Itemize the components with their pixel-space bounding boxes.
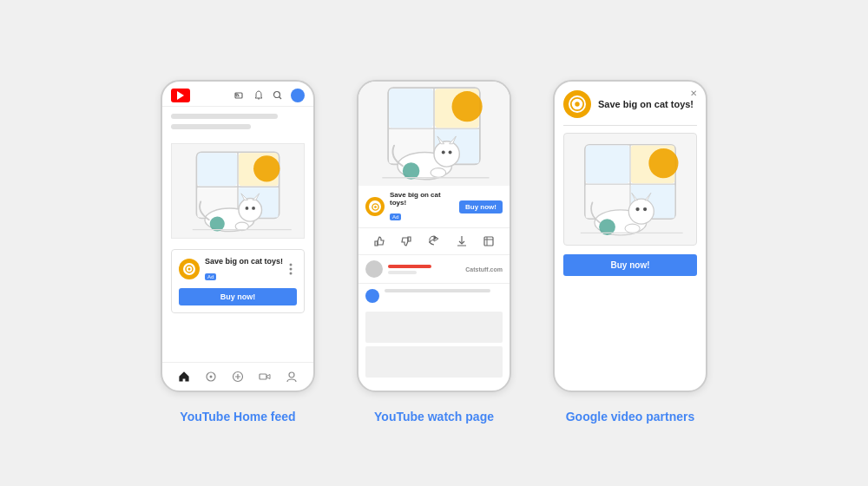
content-line-1: [171, 114, 278, 119]
p3-logo-title: Save big on cat toys!: [563, 90, 697, 118]
ad-logo-1: [179, 259, 200, 279]
comment-avatar: [365, 289, 379, 303]
channel-avatar: [365, 260, 383, 278]
phone1-wrapper: Save big on cat toys! Ad: [161, 80, 315, 424]
svg-point-21: [188, 268, 191, 271]
p1-content: Save big on cat toys! Ad: [162, 107, 313, 362]
p2-actions: [358, 228, 510, 255]
content-line-2: [171, 124, 251, 129]
phone1: Save big on cat toys! Ad: [161, 80, 315, 392]
svg-point-70: [635, 207, 639, 211]
ad-title-1: Save big on cat toys!: [205, 257, 285, 266]
cast-icon: [233, 89, 246, 102]
explore-icon[interactable]: [204, 370, 218, 384]
p3-buy-button[interactable]: Buy now!: [563, 254, 697, 276]
related-item-2: [365, 346, 503, 378]
p3-ad-logo: [563, 90, 591, 118]
ad-more-icon[interactable]: [285, 263, 297, 275]
phone3: ✕ Save big on cat toys!: [553, 80, 707, 392]
svg-rect-6: [197, 153, 237, 186]
p3-video-area: [563, 133, 697, 246]
video-icon[interactable]: [258, 370, 272, 384]
p2-comment-area: [358, 284, 510, 308]
p3-divider: [563, 125, 697, 126]
p2-ad-logo: [365, 197, 385, 216]
channel-sub-line: [388, 271, 417, 274]
phone2-screen: Save big on cat toys! Ad Buy now!: [358, 82, 510, 391]
svg-rect-30: [260, 374, 266, 379]
phone2: Save big on cat toys! Ad Buy now!: [357, 80, 511, 392]
svg-point-23: [290, 268, 293, 271]
share-icon[interactable]: [426, 233, 442, 249]
svg-point-72: [625, 224, 640, 233]
comment-input-area: [385, 289, 503, 303]
user-avatar: [291, 89, 305, 102]
svg-line-2: [279, 97, 282, 100]
download-icon[interactable]: [454, 233, 470, 249]
search-icon: [272, 89, 284, 102]
account-icon[interactable]: [285, 370, 299, 384]
svg-point-63: [648, 148, 678, 178]
p1-icons: [233, 89, 305, 102]
p2-buy-button[interactable]: Buy now!: [459, 200, 503, 213]
svg-point-45: [449, 151, 452, 154]
p3-ad-title: Save big on cat toys!: [598, 98, 694, 110]
svg-point-71: [643, 207, 647, 211]
buy-now-button-1[interactable]: Buy now!: [179, 288, 297, 305]
comment-line-1: [385, 289, 490, 292]
svg-point-26: [210, 376, 213, 378]
close-button[interactable]: ✕: [690, 89, 697, 98]
svg-point-31: [289, 372, 294, 378]
phone1-screen: Save big on cat toys! Ad: [162, 82, 313, 391]
svg-point-67: [628, 199, 654, 224]
svg-point-1: [274, 92, 280, 98]
p2-video-area: [358, 82, 510, 186]
p2-ad-info: Save big on cat toys! Ad: [390, 191, 454, 222]
svg-point-44: [442, 151, 445, 154]
phone1-label: YouTube Home feed: [180, 410, 295, 424]
add-icon[interactable]: [231, 370, 245, 384]
p2-related-videos: [358, 308, 510, 391]
svg-rect-35: [389, 89, 433, 128]
svg-point-41: [434, 141, 459, 167]
ad-title-area-1: Save big on cat toys! Ad: [205, 257, 285, 282]
p2-ad-badge: Ad: [390, 213, 401, 220]
svg-rect-61: [586, 146, 629, 184]
svg-point-24: [290, 273, 293, 275]
phones-container: Save big on cat toys! Ad: [161, 80, 707, 424]
like-icon[interactable]: [372, 233, 387, 249]
p1-bottombar: [162, 362, 313, 391]
cat-illustration-1: [171, 143, 305, 239]
svg-point-37: [452, 91, 483, 122]
svg-point-15: [246, 207, 249, 210]
ad-header-1: Save big on cat toys! Ad: [179, 257, 297, 282]
svg-point-50: [374, 206, 377, 208]
phone2-wrapper: Save big on cat toys! Ad Buy now!: [357, 80, 511, 424]
home-icon[interactable]: [177, 370, 191, 384]
dislike-icon[interactable]: [398, 233, 414, 249]
svg-point-57: [575, 102, 579, 106]
phone3-label: Google video partners: [566, 410, 695, 424]
p1-topbar: [162, 82, 313, 107]
svg-rect-53: [484, 237, 493, 246]
svg-point-22: [290, 264, 293, 266]
related-item-1: [365, 312, 503, 343]
svg-point-8: [253, 155, 279, 181]
channel-name-line: [388, 265, 431, 268]
phone3-wrapper: ✕ Save big on cat toys!: [553, 80, 707, 424]
ad-card-1: Save big on cat toys! Ad: [171, 249, 305, 313]
p2-channel-row: Catstuff.com: [358, 255, 510, 284]
svg-point-46: [431, 168, 446, 178]
svg-point-12: [239, 199, 262, 222]
p2-ad-bar: Save big on cat toys! Ad Buy now!: [358, 186, 510, 228]
save-icon[interactable]: [481, 233, 496, 249]
phone2-label: YouTube watch page: [374, 410, 494, 424]
p2-ad-logo-inner: [369, 200, 381, 213]
ad-logo-inner-1: [183, 263, 195, 275]
ad-badge-1: Ad: [205, 273, 216, 280]
youtube-logo-icon: [171, 89, 190, 102]
channel-info: [388, 265, 460, 274]
phone3-screen: ✕ Save big on cat toys!: [555, 82, 706, 391]
notification-icon: [253, 89, 265, 102]
p3-ad-logo-inner: [569, 95, 586, 113]
